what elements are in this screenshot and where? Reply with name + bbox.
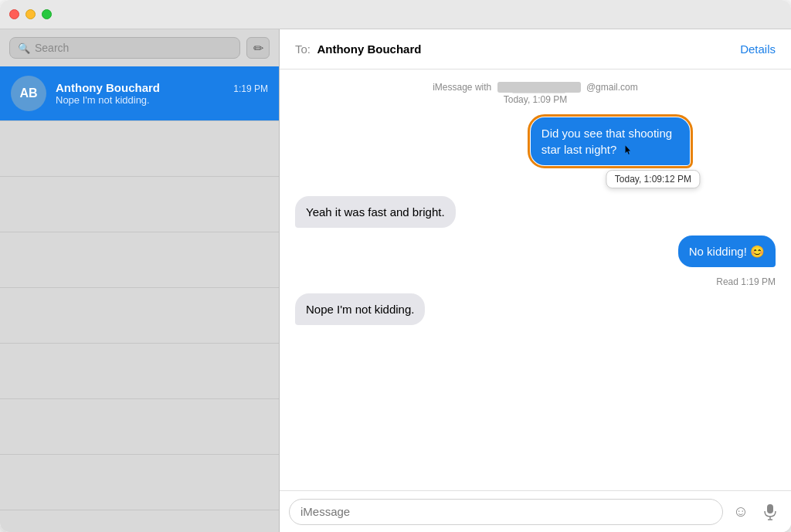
message-text-received-1: Yeah it was fast and bright. <box>306 205 445 219</box>
to-label: To: <box>295 42 311 56</box>
read-status: Read 1:19 PM <box>295 276 776 287</box>
conversation-item-empty-1 <box>0 121 279 177</box>
messages-window: 🔍 Search ✏ AB Anthony Bouchard 1:19 PM <box>0 0 791 532</box>
chat-header: To: Anthony Bouchard Details <box>280 29 791 69</box>
email-redacted: ████████ <box>497 82 581 93</box>
minimize-button[interactable] <box>25 9 36 19</box>
conversation-preview: Nope I'm not kidding. <box>56 94 268 106</box>
conversation-item-empty-6 <box>0 399 279 455</box>
close-button[interactable] <box>9 9 19 19</box>
sidebar: 🔍 Search ✏ AB Anthony Bouchard 1:19 PM <box>0 29 280 532</box>
details-button[interactable]: Details <box>740 42 776 56</box>
conversation-item-empty-2 <box>0 177 279 232</box>
cursor-icon <box>623 144 631 157</box>
message-row-sent-1: Did you see that shooting star last nigh… <box>295 117 776 165</box>
conversation-name: Anthony Bouchard <box>56 81 160 94</box>
conversation-time: 1:19 PM <box>233 83 268 94</box>
main-content: 🔍 Search ✏ AB Anthony Bouchard 1:19 PM <box>0 29 791 532</box>
mic-button[interactable] <box>759 500 782 524</box>
emoji-button[interactable]: ☺ <box>729 500 752 524</box>
message-row-received-2: Nope I'm not kidding. <box>295 293 776 325</box>
messages-area: iMessage with ████████ @gmail.com Today,… <box>280 69 791 490</box>
session-time-label: Today, 1:09 PM <box>295 94 776 105</box>
message-text-received-2: Nope I'm not kidding. <box>306 303 414 316</box>
message-bubble-sent-2: No kidding! 😊 <box>678 236 776 267</box>
chat-recipient: Anthony Bouchard <box>317 42 421 56</box>
conversation-list: AB Anthony Bouchard 1:19 PM Nope I'm not… <box>0 66 279 532</box>
svg-rect-0 <box>767 504 773 513</box>
input-area: ☺ <box>280 490 791 532</box>
conversation-item[interactable]: AB Anthony Bouchard 1:19 PM Nope I'm not… <box>0 66 279 121</box>
message-bubble-received-1: Yeah it was fast and bright. <box>295 196 456 228</box>
message-bubble-sent-1: Did you see that shooting star last nigh… <box>531 117 690 165</box>
conversation-top: Anthony Bouchard 1:19 PM <box>56 81 268 94</box>
conversation-item-empty-4 <box>0 288 279 344</box>
traffic-lights <box>9 9 52 19</box>
conversation-info: Anthony Bouchard 1:19 PM Nope I'm not ki… <box>56 81 268 106</box>
title-bar <box>0 0 791 29</box>
sidebar-header: 🔍 Search ✏ <box>0 29 279 66</box>
message-text-sent-1: Did you see that shooting star last nigh… <box>541 127 672 156</box>
avatar-initials: AB <box>19 86 37 100</box>
search-label: Search <box>35 42 69 54</box>
search-bar[interactable]: 🔍 Search <box>9 37 240 59</box>
message-input[interactable] <box>289 499 723 525</box>
maximize-button[interactable] <box>42 9 52 19</box>
conversation-item-empty-3 <box>0 232 279 288</box>
timestamp-popup: Today, 1:09:12 PM <box>606 170 700 188</box>
conversation-item-empty-7 <box>0 455 279 510</box>
compose-button[interactable]: ✏ <box>246 37 270 59</box>
chat-area: To: Anthony Bouchard Details iMessage wi… <box>280 29 791 532</box>
message-row-sent-2: No kidding! 😊 <box>295 236 776 267</box>
message-row-received-1: Yeah it was fast and bright. <box>295 196 776 228</box>
imessage-service-label: iMessage with ████████ @gmail.com <box>295 82 776 93</box>
avatar: AB <box>11 76 46 111</box>
recipient-info: To: Anthony Bouchard <box>295 42 421 56</box>
microphone-icon <box>763 503 777 520</box>
message-bubble-received-2: Nope I'm not kidding. <box>295 293 425 325</box>
emoji-icon: ☺ <box>733 503 749 520</box>
compose-icon: ✏ <box>253 41 263 56</box>
message-text-sent-2: No kidding! 😊 <box>689 245 765 258</box>
search-icon: 🔍 <box>18 42 30 54</box>
conversation-item-empty-5 <box>0 344 279 399</box>
